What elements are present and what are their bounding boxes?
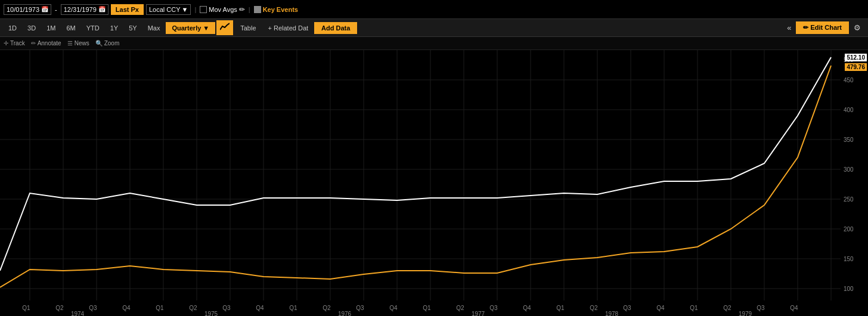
track-label: Track xyxy=(10,40,25,47)
svg-text:Q2: Q2 xyxy=(55,305,64,311)
svg-text:Q4: Q4 xyxy=(656,305,665,311)
zoom-icon: 🔍 xyxy=(95,40,103,47)
chart-type-button[interactable] xyxy=(216,20,233,35)
gold-line xyxy=(0,66,831,287)
date-separator: - xyxy=(54,6,58,13)
svg-text:1975: 1975 xyxy=(204,311,218,316)
gear-button[interactable]: ⚙ xyxy=(850,21,864,35)
period-1y[interactable]: 1Y xyxy=(106,22,123,34)
news-label: News xyxy=(75,40,89,47)
toolbar: ✛ Track ✏ Annotate ☰ News 🔍 Zoom xyxy=(0,37,868,50)
related-data-button[interactable]: + Related Dat xyxy=(264,22,314,34)
svg-text:Q4: Q4 xyxy=(122,305,131,311)
mov-avgs-checkbox[interactable]: Mov Avgs ✏ xyxy=(200,5,245,14)
chart-area: 100 150 200 250 300 350 400 450 500 Q1 Q… xyxy=(0,50,868,316)
start-cal-icon[interactable]: 📅 xyxy=(41,6,48,13)
svg-text:Q2: Q2 xyxy=(189,305,197,311)
period-ytd[interactable]: YTD xyxy=(82,22,104,34)
annotate-label: Annotate xyxy=(38,40,61,47)
annotate-icon: ✏ xyxy=(31,40,36,47)
svg-text:Q2: Q2 xyxy=(590,305,598,311)
period-5y[interactable]: 5Y xyxy=(124,22,141,34)
white-line xyxy=(0,57,831,271)
svg-text:Q3: Q3 xyxy=(89,305,97,311)
svg-text:Q2: Q2 xyxy=(323,305,331,311)
quarterly-label: Quarterly xyxy=(172,24,201,32)
price-badge-top: 512.10 xyxy=(845,54,867,61)
period-6m[interactable]: 6M xyxy=(61,22,80,34)
svg-text:Q1: Q1 xyxy=(156,305,164,311)
svg-text:Q4: Q4 xyxy=(389,305,398,311)
track-icon: ✛ xyxy=(4,40,8,47)
svg-text:300: 300 xyxy=(844,166,854,173)
chevrons-button[interactable]: « xyxy=(783,21,795,35)
last-px-button[interactable]: Last Px xyxy=(111,4,144,15)
period-3d[interactable]: 3D xyxy=(23,22,41,34)
key-events-label: Key Events xyxy=(263,6,298,13)
svg-text:150: 150 xyxy=(844,256,854,262)
svg-text:1977: 1977 xyxy=(472,311,485,316)
svg-text:Q1: Q1 xyxy=(556,305,565,311)
svg-text:1978: 1978 xyxy=(605,311,619,316)
line-chart-icon xyxy=(220,23,230,31)
edit-chart-button[interactable]: ✏ Edit Chart xyxy=(796,21,849,34)
svg-text:Q1: Q1 xyxy=(423,305,431,311)
svg-text:Q3: Q3 xyxy=(489,305,498,311)
period-1m[interactable]: 1M xyxy=(42,22,60,34)
svg-text:Q3: Q3 xyxy=(623,305,631,311)
svg-text:250: 250 xyxy=(844,196,854,203)
zoom-label: Zoom xyxy=(104,40,120,47)
svg-text:Q3: Q3 xyxy=(356,305,364,311)
quarterly-dropdown-icon: ▼ xyxy=(203,24,209,32)
second-bar: 1D 3D 1M 6M YTD 1Y 5Y Max Quarterly ▼ Ta… xyxy=(0,19,868,37)
news-icon: ☰ xyxy=(67,40,73,47)
top-bar: 10/01/1973 📅 - 12/31/1979 📅 Last Px Loca… xyxy=(0,0,868,19)
price-badge-second: 479.76 xyxy=(845,63,867,71)
table-button[interactable]: Table xyxy=(234,22,262,34)
period-max[interactable]: Max xyxy=(143,22,165,34)
svg-text:1976: 1976 xyxy=(338,311,352,316)
edit-chart-label: Edit Chart xyxy=(810,24,842,31)
pipe-1: | xyxy=(193,6,197,13)
ccy-label: Local CCY xyxy=(149,6,181,13)
chart-svg: 100 150 200 250 300 350 400 450 500 Q1 Q… xyxy=(0,50,868,316)
annotate-tool[interactable]: ✏ Annotate xyxy=(31,40,61,47)
svg-text:Q1: Q1 xyxy=(690,305,698,311)
quarterly-button[interactable]: Quarterly ▼ xyxy=(166,22,215,34)
svg-text:Q2: Q2 xyxy=(456,305,464,311)
svg-text:Q4: Q4 xyxy=(790,305,798,311)
svg-text:450: 450 xyxy=(844,77,854,83)
news-tool[interactable]: ☰ News xyxy=(67,40,89,47)
svg-text:350: 350 xyxy=(844,137,854,143)
ccy-dropdown-icon[interactable]: ▼ xyxy=(182,6,188,13)
end-date-field[interactable]: 12/31/1979 📅 xyxy=(61,4,108,15)
start-date-field[interactable]: 10/01/1973 📅 xyxy=(4,4,51,15)
add-data-button[interactable]: Add Data xyxy=(314,22,357,34)
svg-text:400: 400 xyxy=(844,107,854,113)
svg-text:Q3: Q3 xyxy=(757,305,765,311)
ccy-select[interactable]: Local CCY ▼ xyxy=(146,4,191,15)
track-tool[interactable]: ✛ Track xyxy=(4,40,25,47)
start-date: 10/01/1973 xyxy=(7,6,39,13)
svg-text:Q4: Q4 xyxy=(256,305,264,311)
pipe-2: | xyxy=(247,6,252,13)
svg-text:Q1: Q1 xyxy=(289,305,297,311)
key-events-checkbox[interactable]: Key Events xyxy=(254,6,298,13)
edit-pencil-icon: ✏ xyxy=(803,24,808,31)
mov-avgs-pencil-icon[interactable]: ✏ xyxy=(239,5,245,14)
svg-text:Q4: Q4 xyxy=(523,305,531,311)
svg-text:1974: 1974 xyxy=(71,311,85,316)
end-date: 12/31/1979 xyxy=(64,6,97,13)
mov-avgs-check-box xyxy=(200,6,207,13)
svg-text:Q2: Q2 xyxy=(723,305,731,311)
zoom-tool[interactable]: 🔍 Zoom xyxy=(95,40,120,47)
svg-text:100: 100 xyxy=(844,286,854,292)
svg-text:Q3: Q3 xyxy=(222,305,231,311)
svg-text:Q1: Q1 xyxy=(22,305,30,311)
key-events-check-box xyxy=(254,6,261,13)
svg-text:200: 200 xyxy=(844,226,854,233)
svg-text:1979: 1979 xyxy=(739,311,752,316)
period-1d[interactable]: 1D xyxy=(4,22,21,34)
mov-avgs-label: Mov Avgs xyxy=(209,6,237,13)
end-cal-icon[interactable]: 📅 xyxy=(98,6,106,13)
